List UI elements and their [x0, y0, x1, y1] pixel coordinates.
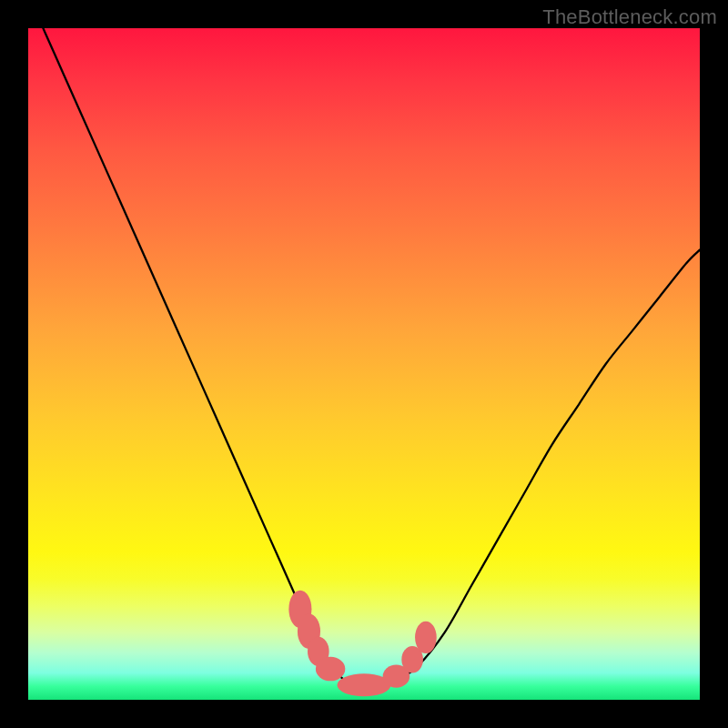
bottleneck-curve-path [28, 28, 700, 687]
curve-marker [308, 637, 329, 666]
curve-marker [383, 665, 410, 688]
curve-marker [337, 673, 390, 696]
attribution-text: TheBottleneck.com [542, 5, 717, 29]
plot-area [28, 28, 700, 700]
curve-marker [415, 622, 437, 653]
chart-frame: TheBottleneck.com [0, 0, 728, 728]
curve-marker [401, 646, 423, 673]
curve-marker [298, 614, 320, 649]
curve-marker [316, 657, 345, 682]
marker-group [288, 591, 436, 697]
chart-svg [28, 28, 700, 700]
curve-marker [288, 591, 311, 628]
